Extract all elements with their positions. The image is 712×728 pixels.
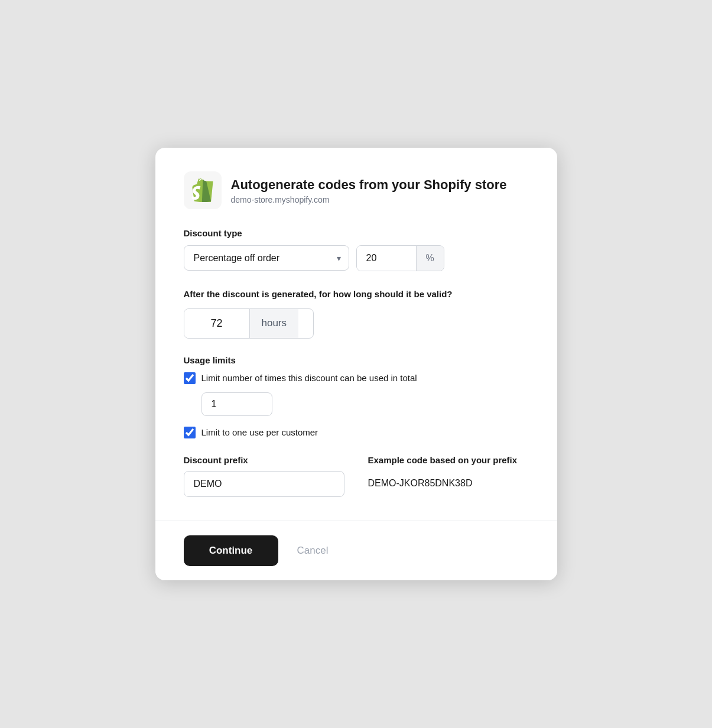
hours-suffix: hours	[249, 309, 299, 338]
shopify-icon	[191, 178, 214, 202]
prefix-input[interactable]	[184, 471, 344, 497]
limit-total-row: Limit number of times this discount can …	[184, 372, 529, 384]
hours-input-group: hours	[184, 308, 314, 339]
limit-per-customer-label[interactable]: Limit to one use per customer	[201, 427, 318, 437]
card-footer: Continue Cancel	[155, 521, 557, 580]
discount-type-select[interactable]: Percentage off order Fixed amount off or…	[184, 245, 349, 271]
discount-type-select-wrapper: Percentage off order Fixed amount off or…	[184, 245, 349, 271]
percentage-suffix: %	[416, 246, 444, 271]
store-url: demo-store.myshopify.com	[231, 195, 507, 204]
prefix-label: Discount prefix	[184, 455, 344, 465]
prefix-col: Discount prefix	[184, 455, 344, 497]
header: Autogenerate codes from your Shopify sto…	[184, 171, 529, 209]
percentage-input-group: %	[356, 245, 444, 271]
example-code-col: Example code based on your prefix DEMO-J…	[368, 455, 529, 497]
usage-limits-label: Usage limits	[184, 355, 529, 365]
discount-type-section: Discount type Percentage off order Fixed…	[184, 228, 529, 271]
limit-total-checkbox[interactable]	[184, 372, 196, 384]
shopify-logo	[184, 171, 222, 209]
discount-type-row: Percentage off order Fixed amount off or…	[184, 245, 529, 271]
modal-title: Autogenerate codes from your Shopify sto…	[231, 177, 507, 194]
cancel-button[interactable]: Cancel	[290, 535, 336, 566]
header-text: Autogenerate codes from your Shopify sto…	[231, 177, 507, 204]
continue-button[interactable]: Continue	[184, 535, 278, 566]
percentage-input[interactable]	[357, 246, 416, 271]
limit-per-customer-checkbox[interactable]	[184, 427, 196, 438]
modal-card: Autogenerate codes from your Shopify sto…	[155, 148, 557, 580]
usage-limits-section: Usage limits Limit number of times this …	[184, 355, 529, 438]
limit-total-label[interactable]: Limit number of times this discount can …	[201, 373, 417, 383]
usage-count-input[interactable]	[201, 392, 272, 416]
discount-type-label: Discount type	[184, 228, 529, 238]
hours-input[interactable]	[184, 309, 249, 338]
card-body: Autogenerate codes from your Shopify sto…	[155, 148, 557, 521]
prefix-section: Discount prefix Example code based on yo…	[184, 455, 529, 497]
limit-per-customer-row: Limit to one use per customer	[184, 427, 529, 438]
example-code-label: Example code based on your prefix	[368, 455, 529, 465]
example-code-value: DEMO-JKOR85DNK38D	[368, 471, 529, 496]
validity-question: After the discount is generated, for how…	[184, 288, 529, 301]
validity-section: After the discount is generated, for how…	[184, 288, 529, 339]
